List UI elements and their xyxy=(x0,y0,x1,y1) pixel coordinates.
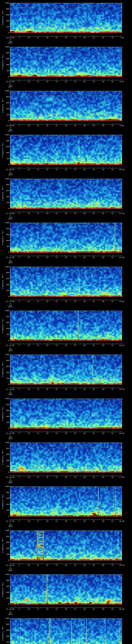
spectrogram-stack: Frequency (Hz) 10008006004002000 15:06:0… xyxy=(0,0,132,644)
x-axis-tick-label: 35 xyxy=(74,256,76,258)
date-line: 2 xyxy=(10,434,11,436)
x-axis-tick-label: 35 xyxy=(74,432,76,434)
y-axis-tick-label: 600 xyxy=(0,190,10,192)
x-axis-tick-label: 55 xyxy=(112,81,114,82)
x-axis-tick-label: 20 xyxy=(46,37,48,39)
y-axis-tick-label: 1000 xyxy=(0,486,10,488)
x-axis-tick-label: 55 xyxy=(112,520,114,522)
x-axis-tick-label: 45 xyxy=(93,432,95,434)
x-axis-tick-label: 15 xyxy=(37,125,39,126)
x-axis-tick-label: 20 xyxy=(46,125,48,126)
y-axis-tick-label: 400 xyxy=(0,20,10,22)
y-axis-tick-label: 200 xyxy=(0,26,10,28)
x-axis-tick-label: 45 xyxy=(93,81,95,82)
x-start-time-label: 15:19:00 xyxy=(6,608,14,610)
x-axis-tick-label: 5 xyxy=(19,169,20,170)
date-line: 2015 xyxy=(8,130,13,132)
x-axis-tick-label: 15 xyxy=(37,520,39,522)
x-axis-tick-label: 45 xyxy=(93,608,95,610)
y-axis-tick-label: 600 xyxy=(0,58,10,60)
y-axis-tick-label: 1000 xyxy=(0,354,10,356)
x-start-time-label: 15:18:00 xyxy=(6,564,14,566)
x-axis-tick-label: 5 xyxy=(19,520,20,522)
x-axis-tick-label: 40 xyxy=(84,37,86,39)
y-axis-tick-label: 400 xyxy=(0,284,10,286)
x-axis-tick-label: 30 xyxy=(65,476,67,478)
y-axis-tick-label: 400 xyxy=(0,372,10,374)
y-axis-tick-label: 600 xyxy=(0,234,10,236)
x-axis-tick-label: 30 xyxy=(65,520,67,522)
x-axis-tick-label: 35 xyxy=(74,213,76,214)
x-start-time-label: 15:10:00 xyxy=(6,213,14,214)
x-axis-tick-label: 20 xyxy=(46,520,48,522)
x-axis-tick-label: 35 xyxy=(74,37,76,39)
x-axis-tick-label: 40 xyxy=(84,125,86,126)
x-start-time-label: 15:16:00 xyxy=(6,476,14,478)
y-axis-title: Frequency (Hz) xyxy=(2,318,4,333)
y-axis-tick-label: 400 xyxy=(0,196,10,198)
date-line: 2015 xyxy=(8,42,13,44)
x-axis-tick-label: 55 xyxy=(112,300,114,302)
y-axis-tick-label: 600 xyxy=(0,14,10,16)
x-axis-tick-label: 10 xyxy=(28,608,30,610)
x-axis-tick-label: 40 xyxy=(84,608,86,610)
date-line: 2015 xyxy=(8,526,13,528)
x-axis-tick-label: 55 xyxy=(112,476,114,478)
x-axis-tick-label: 30 xyxy=(65,125,67,126)
y-axis-tick-label: 1000 xyxy=(0,310,10,312)
y-axis-tick-label: 400 xyxy=(0,152,10,154)
y-axis-tick-label: 800 xyxy=(0,96,10,98)
x-start-time-label: 15:08:00 xyxy=(6,125,14,126)
x-axis-tick-label: 15 xyxy=(37,344,39,346)
date-line: 2 xyxy=(10,478,11,480)
date-line: 2015 xyxy=(8,570,13,572)
y-axis-tick-label: 600 xyxy=(0,498,10,499)
date-line: Jun xyxy=(9,348,12,350)
x-start-time-label: 15:13:00 xyxy=(6,344,14,346)
x-axis-tick-label: 50 xyxy=(102,344,104,346)
y-axis-tick-label: 0 xyxy=(0,76,10,78)
x-axis-tick-label: 5 xyxy=(19,608,20,610)
spectrogram-canvas xyxy=(10,91,123,125)
date-line: 2015 xyxy=(8,350,13,352)
x-axis-tick-label: 55 xyxy=(112,432,114,434)
y-axis-tick-label: 1000 xyxy=(0,574,10,575)
spectrogram-panel: Frequency (Hz) 10008006004002000 15:07:0… xyxy=(0,44,132,88)
x-end-time-label: 9:00 xyxy=(120,125,124,126)
y-axis-tick-label: 800 xyxy=(0,8,10,10)
x-axis-tick-label: 15 xyxy=(37,608,39,610)
y-axis-tick-label: 600 xyxy=(0,454,10,455)
x-axis-tick-label: 10 xyxy=(28,476,30,478)
x-axis-tick-label: 10 xyxy=(28,520,30,522)
x-start-time-label: 15:07:00 xyxy=(6,81,14,82)
y-axis-tick-label: 0 xyxy=(0,296,10,298)
x-axis-tick-label: 15 xyxy=(37,432,39,434)
spectrogram-canvas xyxy=(10,3,123,37)
spectrogram-panel: Frequency (Hz) 10008006004002000 15:18:0… xyxy=(0,528,132,572)
x-axis-tick-label: 45 xyxy=(93,476,95,478)
date-line: 2015 xyxy=(8,306,13,308)
date-line: 2015 xyxy=(8,86,13,88)
date-line: Jun xyxy=(9,84,12,86)
date-line: 2015 xyxy=(8,262,13,264)
y-axis-tick-label: 0 xyxy=(0,252,10,253)
x-axis-tick-label: 20 xyxy=(46,388,48,390)
x-end-time-label: 14:00 xyxy=(119,344,124,346)
x-axis-tick-label: 30 xyxy=(65,608,67,610)
spectrogram-canvas xyxy=(10,267,123,300)
x-axis-tick-label: 30 xyxy=(65,300,67,302)
date-line: Jun xyxy=(9,216,12,218)
x-axis-tick-label: 50 xyxy=(102,476,104,478)
x-axis-tick-label: 30 xyxy=(65,344,67,346)
spectrogram-panel: Frequency (Hz) 10008006004002000 15:06:0… xyxy=(0,0,132,44)
x-axis-tick-label: 20 xyxy=(46,432,48,434)
x-end-time-label: 16:00 xyxy=(119,432,124,434)
x-axis-tick-label: 45 xyxy=(93,125,95,126)
date-line: 2015 xyxy=(8,482,13,484)
y-axis-tick-label: 0 xyxy=(0,603,10,605)
y-axis-tick-label: 1000 xyxy=(0,398,10,400)
x-axis-tick-label: 35 xyxy=(74,169,76,170)
x-axis-tick-label: 15 xyxy=(37,213,39,214)
y-axis-tick-label: 600 xyxy=(0,629,10,631)
date-line: Jun xyxy=(9,568,12,570)
